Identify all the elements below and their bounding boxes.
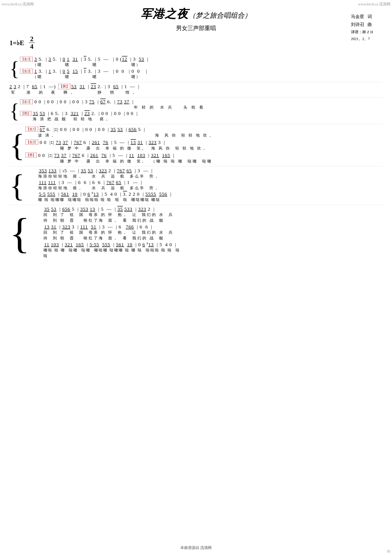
f1-label-1: 【女1】 [20, 57, 33, 62]
male-notes-after: 53 31 | 23 2. | 3 65 | 1 — | [71, 84, 140, 89]
watermark-top-left: www.ktv8.ca 流滴网 [2, 2, 34, 7]
composer-line2: 刘诗召 曲 [351, 21, 373, 29]
voice-stack-6: 35 53 | 656 5 | 353 13 | 5 — | 35 533 | … [31, 206, 383, 260]
date-line: 2021、2、7 [351, 36, 373, 42]
f1-label-4: 【女1】 [25, 127, 38, 131]
f1-row-4: 【女1】 67 6. |:| 0 0 | 0 0 | 0 0 | 0 0 | 3… [25, 126, 383, 132]
v3-row-5: 5·5 555 | 561 10 | 0 6 #13 | 5 4 0 | 3. … [25, 191, 383, 197]
f2-lyrics-1: （嗯 嗯 嗯 嗯） [20, 74, 383, 79]
v3a-notes-6: 11 103 | 321 165 | 5·55 555 | 561 10 | 0… [44, 242, 383, 247]
f2-notes-1: 1 3. | 1 3. | 0 5 15 | 1 3. | 3 — | 0 0 … [34, 68, 383, 74]
title-sub: （梦之旅合唱组合） [189, 11, 251, 20]
v1-notes-5: 353 133 | 35 — | 35 53 | 323 2 | 767 65 … [39, 168, 383, 173]
v2a-notes-6: 13 31 | 323 3 | 111 51 | 3 — | 6 766 | 6… [44, 224, 383, 230]
f2-label-4: 【女2】 [25, 140, 38, 145]
brace-1: { [9, 59, 19, 78]
disclaimer: 本曲谱源自 流滴网 [0, 545, 392, 550]
voice-stack-1: 【女1】 3 5. | 3 5. | 0 1 31 | 3 5. | 5 — |… [20, 57, 383, 80]
f2-row-4: 【女2】 0 0 |:| 73 37 | 767 6 | 261 76 | 5 … [25, 139, 383, 145]
f2-label-1: 【女2】 [20, 69, 33, 73]
f1-notes-1: 3 5. | 3 5. | 0 1 31 | 3 5. | 5 — | 0 (1… [34, 57, 383, 62]
voice-stack-3: 【女1】 0 0 | 0 0 | 0 0 | 0 0 | 3 75 | 67 6… [20, 99, 383, 123]
system-1: { 【女1】 3 5. | 3 5. | 0 1 31 | 3 5. | 5 —… [9, 57, 383, 80]
f1-lyrics-3: 年 轻 的 水 兵 头 枕 着 [20, 105, 383, 110]
v3a-row-6: 11 103 | 321 165 | 5·55 555 | 561 10 | 0… [31, 242, 383, 247]
f1-notes-3: 0 0 | 0 0 | 0 0 | 0 0 | 3 75 | 67 6. | 7… [34, 99, 383, 104]
separator-4 [9, 166, 383, 167]
v1a-lyrics2-6: 待 到 朝 霞 映红了海 面， 看 我们的 战 舰 [31, 218, 383, 223]
arranger-line: 译谱：林 Z H [351, 29, 373, 36]
main-score: { 【女1】 3 5. | 3 5. | 0 1 31 | 3 5. | 5 —… [9, 53, 383, 264]
v3a-lyrics1-6: 嘟啦 啦 嘟 哒嘟 哒嘟 嘟啦嘟 哒嘟嘟 哒 嘟 哒 啦啦啦 啦 啦 啦 [31, 248, 383, 253]
composer-box: 马金星 词 刘诗召 曲 译谱：林 Z H 2021、2、7 [351, 13, 373, 42]
separator-5 [9, 205, 383, 205]
system-5: { 353 133 | 35 — | 35 53 | 323 2 | 767 6… [9, 168, 383, 203]
system-4: { 【女1】 67 6. |:| 0 0 | 0 0 | 0 0 | 0 0 |… [9, 126, 383, 165]
male-marker: 【男】 [58, 84, 70, 89]
male-row-3: 【男】 35 53 | 6 5. | 3 321 | 23 2. | 0 0 |… [20, 111, 383, 116]
v2a-lyrics1-6: 回 到 了 祖 国 母亲 的 怀 抱， 让 我们的 水 兵 [31, 230, 383, 235]
separator-3 [9, 124, 383, 124]
f2-lyrics-4: 睡 梦 中 露 出 幸 福 的 微 笑。 海 风 你 轻 轻 地 吹， [25, 146, 383, 151]
title-main: 军港之夜 [141, 6, 189, 22]
male-notes-3: 35 53 | 6 5. | 3 321 | 23 2. | 0 0 | 0 0… [33, 111, 383, 116]
v1a-row-6: 35 53 | 656 5 | 353 13 | 5 — | 35 533 | … [31, 206, 383, 212]
f1-lyrics-4: 波 涛， 海 风 你 轻 轻 地 吹， [25, 133, 383, 138]
f1-label-3: 【女1】 [20, 99, 33, 104]
v2a-lyrics2-6: 待 到 朝 霞 映红了海 面， 看 我们的 战 舰 [31, 236, 383, 241]
male-lyrics-4: 睡 梦 中 露 出 幸 福 的 微 笑。 （嘟 啦 啦 嘟 哒嘟 哒嘟 [25, 159, 383, 164]
key-signature: 1=♭E [9, 39, 24, 47]
system-6: { 35 53 | 656 5 | 353 13 | 5 — | 35 533 … [9, 206, 383, 260]
time-top: 2 [30, 35, 33, 43]
time-signature: 2 4 [29, 35, 35, 50]
male-notes-4: 0 0 |:| 73 37 | 767 6 | 261 76 | 5 — | 1… [38, 152, 383, 158]
system-3: { 【女1】 0 0 | 0 0 | 0 0 | 0 0 | 3 75 | 67… [9, 99, 383, 123]
composer-line1: 马金星 词 [351, 13, 373, 21]
brace-4: { [9, 131, 25, 159]
voice-stack-5: 353 133 | 35 — | 35 53 | 323 2 | 767 65 … [25, 168, 383, 203]
voice-stack-4: 【女1】 67 6. |:| 0 0 | 0 0 | 0 0 | 0 0 | 3… [25, 126, 383, 165]
v1-row-5: 353 133 | 35 — | 35 53 | 323 2 | 767 65 … [25, 168, 383, 173]
title-row: 军港之夜 （梦之旅合唱组合） [141, 6, 251, 22]
f1-notes-4: 67 6. |:| 0 0 | 0 0 | 0 0 | 0 0 | 35 53 … [40, 126, 383, 132]
watermark-top-right: www.ktv8.ca 流滴网 [358, 2, 390, 7]
bracket-6: { [9, 206, 30, 260]
bracket-1: { [9, 57, 19, 80]
system-2: 2 3 2 | 7 65 | 1 —) 【男】 53 31 | 23 2. | … [9, 84, 383, 95]
time-bottom: 4 [30, 43, 33, 50]
v3a-lyrics2-6: 啦 [31, 253, 383, 258]
key-time-row: 1=♭E 2 4 [9, 35, 383, 50]
bracket-4: { [9, 126, 25, 165]
brace-3: { [9, 102, 19, 120]
header-area: 马金星 词 刘诗召 曲 译谱：林 Z H 2021、2、7 军港之夜 （梦之旅合… [9, 6, 383, 32]
male-row-4: 【男】 0 0 |:| 73 37 | 767 6 | 261 76 | 5 —… [25, 152, 383, 158]
f1-row-3: 【女1】 0 0 | 0 0 | 0 0 | 0 0 | 3 75 | 67 6… [20, 99, 383, 104]
brace-5: { [9, 172, 25, 199]
male-lyrics-3: 海 浪 把 战 舰 轻 轻 地 摇， [20, 117, 383, 122]
brace-6: { [9, 214, 30, 252]
v2a-row-6: 13 31 | 323 3 | 111 51 | 3 — | 6 766 | 6… [31, 224, 383, 230]
f1-row-1: 【女1】 3 5. | 3 5. | 0 1 31 | 3 5. | 5 — |… [20, 57, 383, 62]
male-label-3: 【男】 [20, 111, 31, 116]
v1a-notes-6: 35 53 | 656 5 | 353 13 | 5 — | 35 533 | … [44, 206, 383, 212]
v2-lyrics-5: 海浪你轻轻地 摇， 水 兵 远 航 多么辛 劳， [25, 185, 383, 190]
male-lyrics-1: 军 港 的 夜 啊， 静 悄 悄， [9, 90, 383, 95]
f1-lyrics-1: （嗯 嗯 嗯 嗯） [20, 62, 383, 67]
v1a-lyrics1-6: 回 到 了 祖 国 母亲 的 怀 抱， 让 我们的 水 兵 [31, 212, 383, 217]
v3-lyrics-5: 嘟 啦 啦嘟嘟 哒嘟哒 啦啦啦 啦 啦 啦 啦 嘟哒嘟哒 嘟哒 [25, 197, 383, 202]
v3-notes-5: 5·5 555 | 561 10 | 0 6 #13 | 5 4 0 | 3. … [39, 191, 383, 197]
f2-notes-4: 0 0 |:| 73 37 | 767 6 | 261 76 | 5 — | 1… [40, 139, 383, 145]
subtitle: 男女三声部重唱 [176, 24, 216, 32]
male-section-row: 2 3 2 | 7 65 | 1 —) 【男】 53 31 | 23 2. | … [9, 84, 383, 89]
male-notes-prefix: 2 3 2 | 7 65 | 1 —) [9, 84, 57, 89]
v2-notes-5: 111 111 | 3 — | 6 6 | 6 6 | 767 65 | 1 —… [39, 180, 383, 185]
v2-row-5: 111 111 | 3 — | 6 6 | 6 6 | 767 65 | 1 —… [25, 180, 383, 185]
bracket-5: { [9, 168, 25, 203]
male-label-4: 【男】 [25, 153, 36, 157]
v1-lyrics-5: 海浪你轻轻地 摇， 水 兵 远 航 多么辛 劳， [25, 174, 383, 179]
bracket-3: { [9, 99, 19, 123]
f2-row-1: 【女2】 1 3. | 1 3. | 0 5 15 | 1 3. | 3 — |… [20, 68, 383, 74]
